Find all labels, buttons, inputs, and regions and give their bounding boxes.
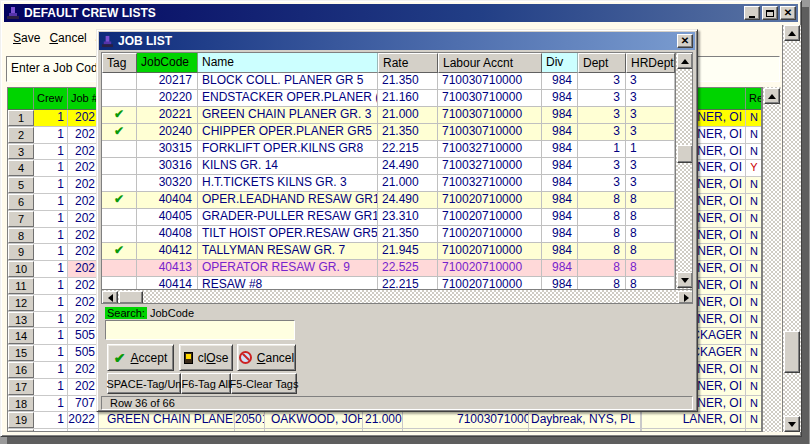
job-row-40414[interactable]: 40414RESAW #822.21571002071000098488 xyxy=(102,277,675,289)
column-header-tag[interactable]: Tag xyxy=(102,53,137,73)
job-row-30320[interactable]: 30320H.T.TICKETS KILNS GR. 321.000710032… xyxy=(102,175,675,192)
job-row-20217[interactable]: 20217BLOCK COLL. PLANER GR 521.350710030… xyxy=(102,73,675,90)
cell-crew: 1 xyxy=(34,295,68,311)
cell-job-number: 202 xyxy=(68,127,99,143)
close-icon: ✕ xyxy=(784,8,792,18)
dialog-scroll-up-button[interactable] xyxy=(677,53,693,69)
header-re: Re xyxy=(746,88,762,110)
column-header-dept[interactable]: Dept xyxy=(578,53,626,73)
column-header-div[interactable]: Div xyxy=(542,53,578,73)
job-row-30316[interactable]: 30316KILNS GR. 1424.49071003271000098433 xyxy=(102,158,675,175)
cell-name: OPER.LEADHAND RESAW GR1 xyxy=(198,192,378,208)
cell-code: 20220 xyxy=(137,90,198,106)
cell-job-number: 2022 xyxy=(68,412,99,428)
menu-item-save[interactable]: Save xyxy=(13,31,40,45)
cancel-button[interactable]: Cancel xyxy=(237,344,296,371)
cell-job-number: 202 xyxy=(68,312,99,328)
column-header-jobcode[interactable]: JobCode xyxy=(137,53,198,73)
tag-cell xyxy=(102,226,137,242)
cancel-button-label: Cancel xyxy=(257,351,294,365)
dialog-title-bar: JOB LIST ✕ xyxy=(99,32,695,50)
cell-rate: 21.000 xyxy=(378,175,438,191)
cell-div: 984 xyxy=(542,192,578,208)
cell-rate: 24.490 xyxy=(378,192,438,208)
minimize-button[interactable] xyxy=(744,6,760,20)
cell-code: 40414 xyxy=(137,277,198,289)
search-field-name: JobCode xyxy=(150,307,194,319)
row-number: 1 xyxy=(8,110,34,126)
cell-accnt: 710020710000 xyxy=(438,226,542,242)
job-row-20220[interactable]: 20220ENDSTACKER OPER.PLANER (21.16071003… xyxy=(102,90,675,107)
job-row-20240[interactable]: ✔20240CHIPPER OPER.PLANER GR521.35071003… xyxy=(102,124,675,141)
search-input[interactable] xyxy=(105,320,295,340)
column-header-name[interactable]: Name xyxy=(198,53,378,73)
dialog-scroll-right-button[interactable] xyxy=(678,291,693,304)
window-scroll-up-button[interactable] xyxy=(784,25,800,41)
job-list-dialog: JOB LIST ✕ Tag JobCode Name Rate Labour … xyxy=(96,29,698,412)
cell-dept: 8 xyxy=(578,192,626,208)
job-row-40404[interactable]: ✔40404OPER.LEADHAND RESAW GR124.49071002… xyxy=(102,192,675,209)
status-bar: Row 36 of 66 xyxy=(101,396,693,410)
cell-emp-name xyxy=(271,429,363,432)
close-dialog-button[interactable]: clOse xyxy=(179,344,233,371)
window-scroll-thumb[interactable] xyxy=(784,331,800,373)
dialog-close-button[interactable]: ✕ xyxy=(677,34,693,48)
grid-vertical-scrollbar[interactable] xyxy=(762,87,781,432)
cell-hr: 3 xyxy=(626,175,675,191)
tag-check-icon: ✔ xyxy=(102,192,137,208)
cell-rate: 21.160 xyxy=(378,90,438,106)
row-number: 15 xyxy=(8,345,34,361)
job-row-40413[interactable]: 40413OPERATOR RESAW GR. 922.525710020710… xyxy=(102,260,675,277)
cell-rate: 21.000 xyxy=(365,412,403,428)
scroll-down-icon xyxy=(788,422,796,427)
row-number: 19 xyxy=(8,412,34,428)
f5-clear-tags-button[interactable]: F5-Clear Tags xyxy=(231,373,297,394)
cell-hr: 3 xyxy=(626,124,675,140)
job-row-20221[interactable]: ✔20221GREEN CHAIN PLANER GR. 321.0007100… xyxy=(102,107,675,124)
row-number: 2 xyxy=(8,127,34,143)
job-row-40405[interactable]: 40405GRADER-PULLER RESAW GR123.310710020… xyxy=(102,209,675,226)
column-header-rate[interactable]: Rate xyxy=(378,53,438,73)
cell-crew: 1 xyxy=(34,160,68,176)
crew-row-20[interactable]: 201202TILT HOIST OP PLANER GR601121.0507… xyxy=(8,429,761,432)
dialog-hscroll-thumb[interactable] xyxy=(119,291,143,304)
dialog-scroll-down-button[interactable] xyxy=(677,272,693,288)
space-tag-button[interactable]: SPACE-Tag/Un xyxy=(107,373,181,394)
scroll-left-icon xyxy=(108,294,113,302)
column-header-hrdept[interactable]: HRDept xyxy=(626,53,675,73)
tag-cell xyxy=(102,209,137,225)
window-vertical-scrollbar[interactable] xyxy=(782,25,801,432)
window-scroll-down-button[interactable] xyxy=(784,416,800,432)
cell-accnt: 710032710000 xyxy=(438,158,542,174)
cell-job-number: 202 xyxy=(68,429,99,432)
dialog-scroll-left-button[interactable] xyxy=(102,291,118,304)
job-row-40412[interactable]: ✔40412TALLYMAN RESAW GR. 721.94571002071… xyxy=(102,243,675,260)
grid-scroll-up-button[interactable] xyxy=(764,88,780,104)
cell-dept: 8 xyxy=(578,209,626,225)
row-number: 3 xyxy=(8,144,34,160)
accept-button[interactable]: ✔ Accept xyxy=(107,344,174,371)
dialog-scroll-thumb[interactable] xyxy=(677,145,693,163)
cell-name: FORKLIFT OPER.KILNS GR8 xyxy=(198,141,378,157)
f6-tag-all-button[interactable]: F6-Tag All xyxy=(181,373,231,394)
job-row-30315[interactable]: 30315FORKLIFT OPER.KILNS GR822.215710032… xyxy=(102,141,675,158)
cell-crew: 1 xyxy=(34,127,68,143)
crew-row-19[interactable]: 1912022GREEN CHAIN PLANER GR20501OAKWOOD… xyxy=(8,412,761,429)
maximize-button[interactable] xyxy=(762,6,778,20)
cell-name: TALLYMAN RESAW GR. 7 xyxy=(198,243,378,259)
cell-dept: 1 xyxy=(578,141,626,157)
dialog-vertical-scrollbar[interactable] xyxy=(675,53,693,289)
cell-re-flag: Y xyxy=(746,160,762,176)
dialog-horizontal-scrollbar[interactable] xyxy=(102,289,693,304)
cell-name: BLOCK COLL. PLANER GR 5 xyxy=(198,73,378,89)
job-row-40408[interactable]: 40408TILT HOIST OPER.RESAW GR521.3507100… xyxy=(102,226,675,243)
cell-re-flag: N xyxy=(746,194,762,210)
column-header-labour-accnt[interactable]: Labour Accnt xyxy=(438,53,542,73)
cell-re-flag: N xyxy=(746,312,762,328)
cell-re-flag: N xyxy=(746,345,762,361)
menu-item-cancel[interactable]: Cancel xyxy=(49,31,86,45)
close-button[interactable]: ✕ xyxy=(780,6,796,20)
cell-rate: 23.310 xyxy=(378,209,438,225)
job-grid[interactable]: Tag JobCode Name Rate Labour Accnt Div D… xyxy=(101,52,693,304)
cell-hr: 3 xyxy=(626,158,675,174)
